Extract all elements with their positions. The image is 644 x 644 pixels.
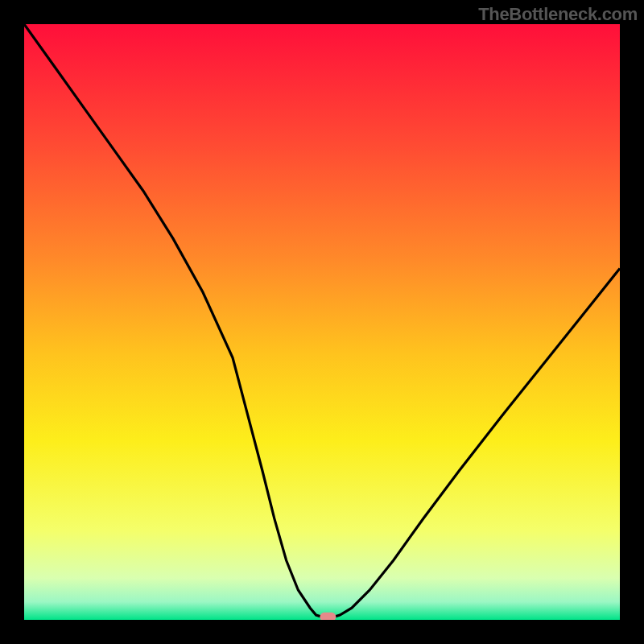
chart-frame: TheBottleneck.com — [0, 0, 644, 644]
optimal-marker — [320, 613, 336, 620]
watermark-text: TheBottleneck.com — [478, 4, 638, 25]
gradient-background — [24, 24, 620, 620]
chart-svg — [24, 24, 620, 620]
plot-area — [24, 24, 620, 620]
